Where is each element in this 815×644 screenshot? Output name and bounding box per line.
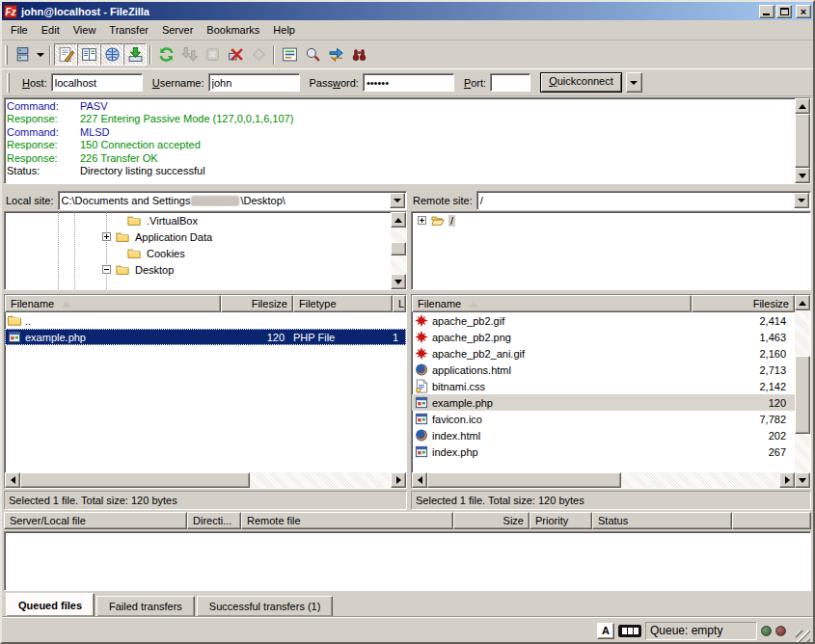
site-manager-dropdown[interactable]: [34, 43, 46, 66]
titlebar[interactable]: Fz john@localhost - FileZilla ×: [2, 2, 813, 20]
file-row-parent-dir[interactable]: ..: [5, 312, 406, 329]
local-tree-scrollbar[interactable]: [391, 212, 406, 289]
site-manager-button[interactable]: [11, 43, 34, 66]
file-row[interactable]: apache_pb2.png 1,463: [412, 329, 795, 345]
menu-file[interactable]: File: [4, 22, 35, 38]
log-scrollbar[interactable]: [795, 98, 810, 183]
tree-item-virtualbox[interactable]: .VirtualBox: [5, 212, 406, 228]
scrollbar-thumb[interactable]: [391, 242, 406, 255]
quickconnect-button[interactable]: Quickconnect: [540, 72, 622, 93]
directory-listing-filters-button[interactable]: [278, 43, 301, 66]
scroll-up-button[interactable]: [391, 212, 406, 228]
file-row[interactable]: applications.html 2,713: [412, 362, 795, 378]
scroll-up-button[interactable]: [795, 295, 810, 310]
remote-list-hscrollbar[interactable]: [412, 472, 795, 488]
file-row[interactable]: index.php 267: [412, 443, 795, 460]
column-header-filename[interactable]: Filename: [412, 295, 692, 312]
tree-item-cookies[interactable]: Cookies: [5, 245, 406, 261]
scrollbar-thumb[interactable]: [795, 114, 810, 168]
remote-list-vscrollbar[interactable]: [795, 295, 810, 488]
synchronized-browsing-button[interactable]: [324, 43, 347, 66]
column-header-size[interactable]: Size: [453, 512, 530, 529]
remote-site-dropdown[interactable]: [794, 193, 809, 208]
menu-view[interactable]: View: [67, 22, 103, 38]
tab-failed-transfers[interactable]: Failed transfers: [96, 596, 195, 616]
local-site-combobox[interactable]: C:\Documents and Settings\Desktop\: [58, 191, 407, 210]
file-row[interactable]: favicon.ico 7,782: [412, 411, 795, 427]
process-queue-button[interactable]: [177, 43, 201, 66]
remote-site-row: Remote site: /: [411, 190, 811, 211]
disconnect-button[interactable]: [224, 43, 247, 66]
scroll-right-button[interactable]: [391, 472, 406, 488]
column-header-status[interactable]: Status: [592, 512, 732, 529]
cancel-operation-button[interactable]: [201, 43, 224, 66]
quickconnect-grip[interactable]: [7, 73, 10, 93]
message-log-lines: Command:PASV Response:227 Entering Passi…: [7, 100, 793, 177]
local-list-rows: .. example.php 120 PHP File 1: [5, 312, 406, 472]
tree-item-desktop[interactable]: Desktop: [5, 261, 406, 278]
expand-icon[interactable]: [418, 216, 426, 225]
tree-item-root[interactable]: /: [412, 212, 810, 228]
scroll-right-button[interactable]: [779, 472, 795, 488]
file-row-example-php[interactable]: example.php 120: [412, 394, 795, 411]
file-row[interactable]: apache_pb2.gif 2,414: [412, 312, 795, 329]
scroll-up-button[interactable]: [795, 98, 810, 114]
file-row-example-php[interactable]: example.php 120 PHP File 1: [5, 329, 406, 345]
menu-server[interactable]: Server: [155, 22, 200, 38]
quickconnect-dropdown[interactable]: [626, 72, 642, 93]
file-row[interactable]: bitnami.css 2,142: [412, 378, 795, 394]
html-file-icon: [414, 362, 429, 377]
maximize-button[interactable]: [776, 5, 792, 18]
toggle-remote-tree-button[interactable]: [100, 43, 123, 66]
file-row[interactable]: index.html 202: [412, 427, 795, 443]
scroll-down-button[interactable]: [391, 274, 406, 289]
resize-grip[interactable]: [796, 631, 810, 644]
column-header-server-local-file[interactable]: Server/Local file: [4, 512, 187, 529]
local-site-dropdown[interactable]: [390, 193, 405, 208]
column-header-filesize[interactable]: Filesize: [692, 295, 795, 312]
column-header-filename[interactable]: Filename: [5, 295, 221, 312]
scroll-down-button[interactable]: [795, 472, 810, 488]
column-header-remote-file[interactable]: Remote file: [241, 512, 453, 529]
scrollbar-thumb[interactable]: [795, 356, 810, 434]
tab-queued-files[interactable]: Queued files: [6, 593, 95, 616]
directory-comparison-button[interactable]: [301, 43, 324, 66]
scroll-left-button[interactable]: [412, 472, 427, 488]
toggle-local-tree-button[interactable]: [77, 43, 100, 66]
menu-bookmarks[interactable]: Bookmarks: [200, 22, 266, 38]
reconnect-button[interactable]: [247, 43, 270, 66]
toggle-transfer-queue-button[interactable]: [123, 43, 147, 66]
window-title: john@localhost - FileZilla: [21, 6, 757, 17]
close-button[interactable]: ×: [796, 5, 811, 18]
menu-edit[interactable]: Edit: [35, 22, 67, 38]
collapse-icon[interactable]: [102, 265, 111, 274]
tab-successful-transfers[interactable]: Successful transfers (1): [197, 596, 334, 616]
scroll-left-button[interactable]: [5, 472, 20, 488]
expand-icon[interactable]: [102, 232, 111, 241]
column-header-filetype[interactable]: Filetype: [293, 295, 393, 312]
scrollbar-thumb[interactable]: [427, 472, 621, 488]
menu-transfer[interactable]: Transfer: [102, 22, 155, 38]
menu-help[interactable]: Help: [266, 22, 302, 38]
column-header-filesize[interactable]: Filesize: [221, 295, 293, 312]
minimize-button[interactable]: [759, 5, 774, 18]
remote-site-combobox[interactable]: /: [476, 191, 811, 210]
arrow-up-icon: [799, 301, 806, 306]
password-input[interactable]: [363, 73, 454, 92]
find-files-button[interactable]: [347, 43, 370, 66]
port-input[interactable]: [490, 73, 530, 92]
local-list-header: Filename Filesize Filetype L: [5, 295, 406, 312]
tree-item-application-data[interactable]: Application Data: [5, 228, 406, 245]
toggle-message-log-button[interactable]: [54, 43, 77, 66]
column-header-direction[interactable]: Directi...: [187, 512, 241, 529]
file-row[interactable]: apache_pb2_ani.gif 2,160: [412, 345, 795, 362]
column-header-lastmodified[interactable]: L: [393, 295, 406, 312]
column-header-priority[interactable]: Priority: [530, 512, 592, 529]
scroll-down-button[interactable]: [795, 168, 810, 183]
scrollbar-thumb[interactable]: [20, 472, 250, 488]
local-list-hscrollbar[interactable]: [5, 472, 406, 488]
host-input[interactable]: [51, 73, 143, 92]
username-input[interactable]: [208, 73, 300, 92]
refresh-button[interactable]: [154, 43, 177, 66]
toolbar-grip[interactable]: [5, 45, 8, 65]
